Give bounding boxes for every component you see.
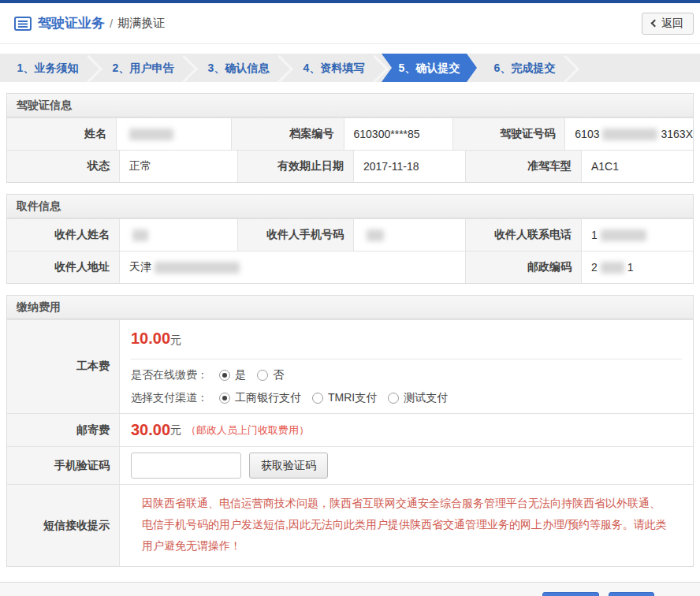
recipient-mobile-value [353,219,465,251]
license-info-title: 驾驶证信息 [7,94,693,117]
page-title: 驾驶证业务 [38,14,105,32]
file-number-label: 档案编号 [231,118,344,150]
table-row: 姓名 档案编号 610300****85 驾驶证号码 6103 3163X [7,117,693,150]
postage-fee-line: 30.00元 （邮政人员上门收取费用） [131,414,682,446]
fees-section: 缴纳费用 工本费 10.00元 是否在线缴费： 是 否 选择支付渠道： 工商银行… [6,295,694,567]
get-captcha-button[interactable]: 获取验证码 [249,453,328,479]
page-header: 驾驶证业务 / 期满换证 返回 [0,3,700,44]
recipient-address-value: 天津 [119,251,465,283]
pickup-info-title: 取件信息 [7,195,693,218]
redacted-recipient-address [155,262,240,274]
page: 驾驶证业务 / 期满换证 返回 1、业务须知 2、用户申告 3、确认信息 4、资… [0,0,700,596]
recipient-mobile-label: 收件人手机号码 [237,219,353,251]
postage-fee-label: 邮寄费 [7,414,119,446]
step-5-confirm-submit-active[interactable]: 5、确认提交 [382,54,477,82]
step-1-business-notice[interactable]: 1、业务须知 [0,54,95,82]
recipient-phone-label: 收件人联系电话 [465,219,581,251]
postal-code-value: 2 1 [581,251,693,283]
captcha-line: 获取验证码 [131,447,682,484]
fees-title: 缴纳费用 [7,296,693,319]
back-button[interactable]: 返回 [642,13,694,35]
production-fee-row: 工本费 10.00元 是否在线缴费： 是 否 选择支付渠道： 工商银行支付 [7,319,693,413]
step-6-complete-submit[interactable]: 6、完成提交 [477,54,572,82]
production-fee-amount: 10.00 [131,330,170,347]
radio-online-no-label[interactable]: 否 [273,368,284,382]
captcha-label: 手机验证码 [7,447,119,484]
vehicle-class-label: 准驾车型 [465,151,581,182]
online-payment-question: 是否在线缴费： [131,368,208,382]
expiry-date-label: 有效期止日期 [237,151,353,182]
postage-fee-body: 30.00元 （邮政人员上门收取费用） [119,414,693,446]
redacted-license-number [602,129,657,140]
license-number-prefix: 6103 [575,128,599,140]
postage-fee-note: （邮政人员上门收取费用） [186,423,309,438]
radio-channel-tmri-label[interactable]: TMRI支付 [328,391,377,405]
radio-online-yes[interactable] [219,370,230,381]
sms-tip-text-wrap: 因陕西省联通、电信运营商技术问题，陕西省互联网交通安全综合服务管理平台无法向持陕… [131,485,682,566]
payment-channel-question: 选择支付渠道： [131,391,208,405]
postal-code-suffix: 1 [627,261,634,274]
radio-channel-tmri[interactable] [312,393,323,404]
postage-fee-amount: 30.00 [131,421,170,439]
recipient-name-value [119,219,237,251]
name-label: 姓名 [7,118,116,150]
chevron-left-icon [651,20,659,28]
sms-tip-body: 因陕西省联通、电信运营商技术问题，陕西省互联网交通安全综合服务管理平台无法向持陕… [119,485,693,566]
breadcrumb-separator: / [110,17,113,30]
table-row: 状态 正常 有效期止日期 2017-11-18 准驾车型 A1C1 [7,150,693,182]
content-card: 驾驶证业务 / 期满换证 返回 1、业务须知 2、用户申告 3、确认信息 4、资… [0,0,700,591]
production-fee-amount-line: 10.00元 [131,320,682,359]
expiry-date-value: 2017-11-18 [353,151,465,182]
radio-online-no[interactable] [257,370,268,381]
redacted-name [129,129,173,140]
production-fee-unit: 元 [170,333,181,346]
online-payment-question-line: 是否在线缴费： 是 否 [131,364,682,386]
postage-fee-row: 邮寄费 30.00元 （邮政人员上门收取费用） [7,413,693,446]
recipient-address-label: 收件人地址 [7,251,119,283]
step-2-user-declaration[interactable]: 2、用户申告 [95,54,191,82]
breadcrumb-current: 期满换证 [117,16,165,31]
production-fee-label: 工本费 [7,320,119,413]
sms-tip-label: 短信接收提示 [7,485,119,566]
table-row: 收件人地址 天津 邮政编码 2 1 [7,251,693,283]
redacted-recipient-phone [601,229,646,241]
redacted-postal-code [601,262,624,274]
recipient-name-label: 收件人姓名 [7,219,119,251]
status-value: 正常 [119,151,237,182]
finish-button[interactable]: 完成 [609,592,654,596]
table-row: 收件人姓名 收件人手机号码 收件人联系电话 1 [7,218,693,251]
license-number-suffix: 3163X [661,128,692,140]
file-number-value: 610300****85 [344,118,452,150]
production-fee-body: 10.00元 是否在线缴费： 是 否 选择支付渠道： 工商银行支付 TMRI支付 [119,320,693,413]
payment-channel-question-line: 选择支付渠道： 工商银行支付 TMRI支付 测试支付 [131,391,682,413]
postal-code-label: 邮政编码 [465,251,581,283]
license-number-value: 6103 3163X [564,118,693,150]
name-value [116,118,231,150]
sms-tip-text: 因陕西省联通、电信运营商技术问题，陕西省互联网交通安全综合服务管理平台无法向持陕… [142,493,671,557]
license-info-section: 驾驶证信息 姓名 档案编号 610300****85 驾驶证号码 6103 31… [6,93,694,183]
pickup-info-section: 取件信息 收件人姓名 收件人手机号码 收件人联系电话 1 收件人地址 天津 邮政… [6,194,694,284]
captcha-body: 获取验证码 [119,447,693,484]
radio-online-yes-label[interactable]: 是 [235,368,246,382]
footer-actions: 上一步 完成 [0,582,700,596]
postal-code-prefix: 2 [591,261,598,274]
step-4-fill-data[interactable]: 4、资料填写 [286,54,382,82]
radio-channel-test[interactable] [388,393,399,404]
recipient-phone-prefix: 1 [591,229,598,241]
sms-tip-row: 短信接收提示 因陕西省联通、电信运营商技术问题，陕西省互联网交通安全综合服务管理… [7,484,693,566]
radio-channel-test-label[interactable]: 测试支付 [404,391,448,405]
back-button-label: 返回 [661,17,683,31]
captcha-row: 手机验证码 获取验证码 [7,446,693,484]
step-wizard: 1、业务须知 2、用户申告 3、确认信息 4、资料填写 5、确认提交 6、完成提… [0,54,700,82]
captcha-input[interactable] [131,453,241,479]
postage-fee-unit: 元 [170,423,181,438]
previous-step-button[interactable]: 上一步 [542,592,599,596]
vehicle-class-value: A1C1 [581,151,693,182]
radio-channel-icbc-label[interactable]: 工商银行支付 [235,391,301,405]
license-business-icon [14,17,32,31]
redacted-recipient-name [132,229,148,241]
recipient-address-prefix: 天津 [129,260,151,274]
radio-channel-icbc[interactable] [219,393,230,404]
license-number-label: 驾驶证号码 [452,118,565,150]
step-3-confirm-info[interactable]: 3、确认信息 [191,54,286,82]
